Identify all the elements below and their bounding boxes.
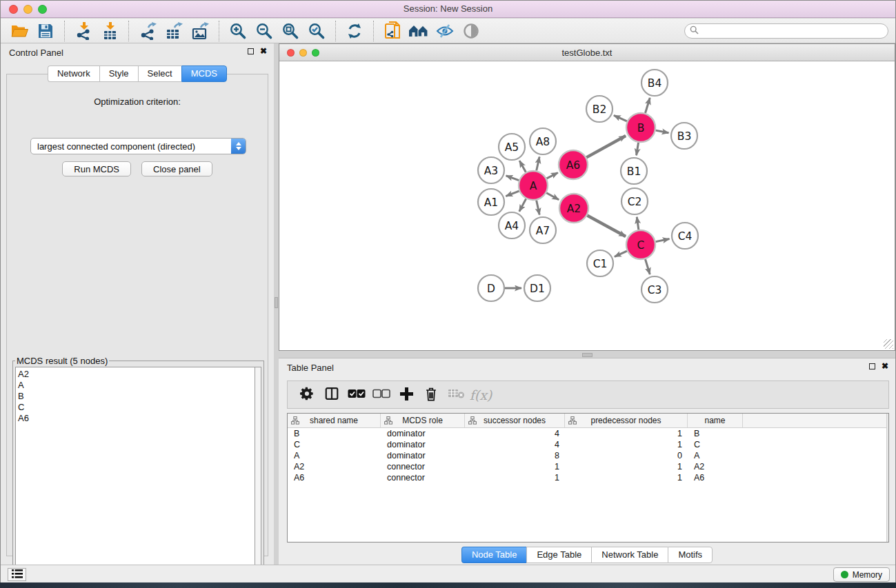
zoom-in-button[interactable] [225,21,251,41]
table-row[interactable]: A2connector11A2 [288,461,888,472]
graph-edge-A2-C[interactable] [587,216,626,236]
table-cell[interactable]: C [288,439,381,450]
horizontal-splitter[interactable] [279,351,895,358]
graph-edge-A6-B[interactable] [586,136,626,157]
table-scrollbar[interactable] [886,414,888,542]
tab-node-table[interactable]: Node Table [461,547,527,563]
mcds-result-item[interactable]: C [18,402,255,413]
result-scrollbar[interactable] [255,367,261,586]
table-cell[interactable]: 1 [565,461,688,472]
window-resize-grip[interactable] [884,339,893,349]
graph-edge-A-A1[interactable] [506,191,519,196]
table-cell[interactable]: 4 [465,439,565,450]
graph-edge-C-C2[interactable] [637,217,639,230]
import-network-button[interactable] [70,21,97,41]
graph-edge-A-A4[interactable] [519,199,526,211]
show-graphics-details-button[interactable] [458,21,484,41]
vertical-splitter[interactable] [274,43,279,565]
export-table-button[interactable] [161,21,187,41]
graph-edge-B-B2[interactable] [614,115,627,121]
graph-edge-B-B3[interactable] [656,130,669,133]
splitter-grip[interactable] [582,353,593,357]
float-panel-icon[interactable] [869,363,875,369]
zoom-fit-button[interactable] [277,21,303,41]
column-header-successor-nodes[interactable]: successor nodes [465,414,565,427]
import-table-button[interactable] [97,21,123,41]
export-image-button[interactable] [187,21,213,41]
table-row[interactable]: A6connector11A6 [288,472,888,483]
select-all-columns-button[interactable] [344,384,369,406]
table-cell[interactable]: A6 [688,472,743,483]
tab-network[interactable]: Network [48,65,99,82]
function-builder-button[interactable]: f(x) [468,384,493,406]
save-session-button[interactable] [32,21,59,41]
graph-edge-B-B1[interactable] [637,143,639,156]
show-columns-button[interactable] [319,384,344,406]
close-panel-icon[interactable]: ✖ [260,48,267,54]
export-network-button[interactable] [135,21,161,41]
table-cell[interactable]: dominator [381,450,465,461]
memory-button[interactable]: Memory [833,567,890,582]
table-cell[interactable]: 1 [565,428,688,439]
graph-edge-C-C3[interactable] [645,259,650,274]
table-row[interactable]: Cdominator41C [288,439,888,450]
network-graph[interactable]: B4B2BB3A8A5A6B1A3AA1C2A2A4A7CC4C1C3DD1 [279,61,895,350]
mcds-result-item[interactable]: A6 [18,413,255,424]
graph-edge-C-C4[interactable] [656,239,670,242]
delete-table-button[interactable] [444,384,468,406]
table-cell[interactable]: 0 [565,450,688,461]
table-cell[interactable]: 8 [465,450,565,461]
graph-edge-A-A8[interactable] [537,156,539,170]
graph-edge-B-B4[interactable] [645,98,650,113]
run-mcds-button[interactable]: Run MCDS [62,161,131,176]
table-cell[interactable]: A6 [288,472,381,483]
graph-edge-A-A3[interactable] [506,176,519,181]
zoom-out-button[interactable] [251,21,277,41]
open-session-button[interactable] [6,21,32,41]
table-cell[interactable]: 1 [565,439,688,450]
mcds-result-item[interactable]: B [18,391,255,402]
table-cell[interactable]: dominator [381,439,465,450]
table-cell[interactable]: dominator [381,428,465,439]
create-column-button[interactable] [394,384,419,406]
column-header-predecessor-nodes[interactable]: predecessor nodes [565,414,688,427]
splitter-grip[interactable] [275,297,278,308]
network-overview-button[interactable] [406,21,432,41]
table-settings-button[interactable] [295,384,319,406]
table-cell[interactable]: 1 [465,461,565,472]
table-cell[interactable]: B [688,428,743,439]
tab-edge-table[interactable]: Edge Table [526,547,591,563]
zoom-selected-button[interactable] [303,21,330,41]
tab-style[interactable]: Style [99,65,138,82]
mcds-result-list[interactable]: A2ABCA6 [15,367,255,586]
table-cell[interactable]: A2 [688,461,743,472]
table-cell[interactable]: connector [381,472,465,483]
table-cell[interactable]: B [288,428,381,439]
table-cell[interactable]: 1 [565,472,688,483]
delete-columns-button[interactable] [419,384,444,406]
close-panel-icon[interactable]: ✖ [882,363,888,369]
search-field[interactable] [684,23,888,39]
table-cell[interactable]: A2 [288,461,381,472]
table-cell[interactable]: A [688,450,743,461]
tab-motifs[interactable]: Motifs [668,547,713,563]
mcds-result-item[interactable]: A2 [18,369,255,380]
tab-select[interactable]: Select [138,65,181,82]
float-panel-icon[interactable] [248,48,254,54]
graph-edge-A-A5[interactable] [519,161,526,172]
table-cell[interactable]: 1 [465,472,565,483]
network-canvas[interactable]: B4B2BB3A8A5A6B1A3AA1C2A2A4A7CC4C1C3DD1 [279,61,895,350]
graph-edge-A-A7[interactable] [537,201,540,215]
search-input[interactable] [701,25,888,37]
close-panel-button[interactable]: Close panel [141,161,212,176]
graph-edge-A-A6[interactable] [547,172,558,178]
table-cell[interactable]: connector [381,461,465,472]
duplicate-network-button[interactable] [379,21,406,41]
table-row[interactable]: Adominator80A [288,450,888,461]
refresh-button[interactable] [341,21,368,41]
tab-mcds[interactable]: MCDS [181,65,227,82]
table-cell[interactable]: 4 [465,428,565,439]
column-header-name[interactable]: name [688,414,743,427]
tab-network-table[interactable]: Network Table [591,547,668,563]
optimization-criterion-select[interactable]: largest connected component (directed) [30,138,246,154]
